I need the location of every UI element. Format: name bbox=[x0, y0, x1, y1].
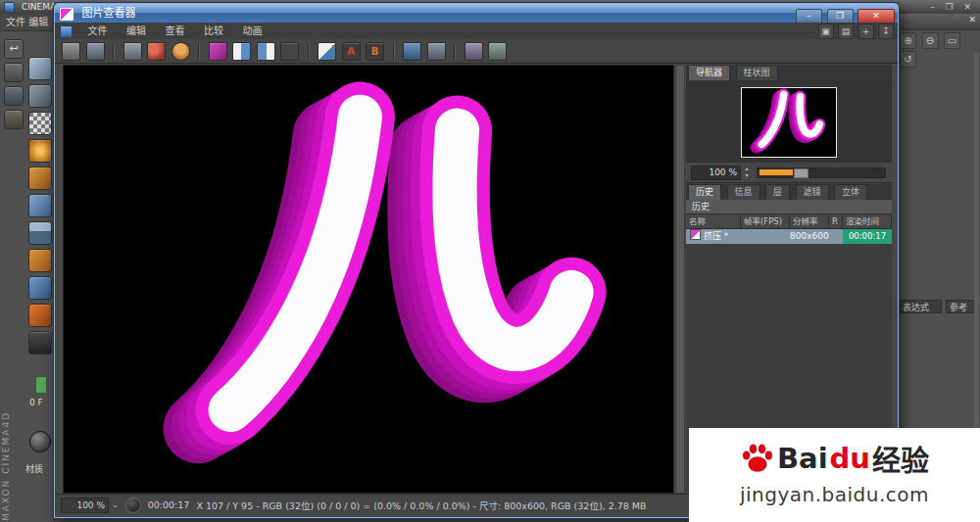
col-resolution[interactable]: 分辨率 bbox=[790, 214, 829, 228]
tab-navigator[interactable]: 导航器 bbox=[688, 65, 730, 80]
viewer-window-icon bbox=[60, 8, 74, 21]
tab-histogram[interactable]: 柱状图 bbox=[736, 65, 778, 80]
viewer-toolbar: A B bbox=[55, 39, 898, 64]
history-row[interactable]: 挤压 * 800x600 00:00:17 bbox=[686, 229, 892, 244]
render-item-fps bbox=[741, 229, 790, 244]
navigator-tabs: 导航器 柱状图 bbox=[686, 65, 892, 80]
split-ab-icon[interactable] bbox=[318, 42, 336, 61]
select-tool-icon[interactable] bbox=[4, 63, 24, 82]
spline-blue-icon[interactable] bbox=[28, 276, 52, 300]
menu-file[interactable]: 文件 bbox=[80, 23, 116, 39]
baidu-brand-du: du bbox=[830, 442, 870, 475]
tag-icon[interactable] bbox=[209, 42, 227, 61]
menu-compare[interactable]: 比较 bbox=[196, 23, 231, 39]
version-b-icon[interactable]: B bbox=[366, 42, 384, 61]
histogram-icon[interactable] bbox=[427, 42, 446, 61]
thumbnail-image bbox=[742, 88, 834, 155]
zoom-in-icon[interactable]: ⊕ bbox=[900, 32, 916, 49]
screen: CINEMA 4D – ❐ ✕ 文件 编辑 ↩ bbox=[0, 0, 980, 522]
maxon-brand-text: MAXON CINEMA4D bbox=[1, 355, 11, 521]
version-a-icon[interactable]: A bbox=[342, 42, 361, 61]
tab-info[interactable]: 信息 bbox=[727, 184, 760, 200]
floor-icon[interactable] bbox=[28, 221, 52, 245]
main-menu-items[interactable]: 文件 编辑 bbox=[6, 17, 48, 27]
zoom-slider[interactable] bbox=[757, 167, 886, 178]
menu-edit[interactable]: 编辑 bbox=[119, 23, 154, 39]
render-item-icon bbox=[690, 229, 701, 240]
user-icon[interactable] bbox=[172, 42, 190, 61]
color-swatch[interactable] bbox=[35, 376, 47, 394]
material-preview-sphere[interactable] bbox=[29, 431, 51, 452]
zoom-slider-fill bbox=[760, 169, 793, 175]
tab-expression[interactable]: 表达式 bbox=[899, 300, 942, 313]
main-maximize-button[interactable]: ❐ bbox=[946, 2, 957, 12]
dock-icon[interactable]: + bbox=[858, 24, 874, 39]
open-icon[interactable] bbox=[62, 42, 80, 61]
baidu-paw-icon bbox=[740, 444, 775, 473]
viewer-titlebar[interactable]: 图片查看器 – ❐ ✕ bbox=[55, 4, 898, 23]
compare-ba-icon[interactable] bbox=[257, 42, 275, 61]
light-icon[interactable] bbox=[28, 139, 52, 163]
toolbar-separator bbox=[454, 44, 456, 60]
right-panel-toolbar: ⊕ ⊖ ▭ ↺ bbox=[899, 31, 980, 49]
scale-tool-icon[interactable] bbox=[4, 110, 24, 129]
status-zoom-field[interactable]: 100 % bbox=[61, 498, 109, 513]
frame-view-icon[interactable]: ▭ bbox=[944, 32, 960, 49]
film-icon[interactable] bbox=[403, 42, 421, 61]
render-item-r bbox=[829, 229, 843, 244]
tab-layer[interactable]: 层 bbox=[765, 184, 790, 200]
save-icon[interactable] bbox=[86, 42, 105, 61]
col-render-time[interactable]: 渲染时间 bbox=[843, 214, 892, 228]
zoom-slider-handle[interactable] bbox=[794, 168, 808, 178]
material-stack-icon[interactable] bbox=[28, 331, 52, 355]
stack-icon[interactable] bbox=[280, 42, 299, 61]
baidu-url: jingyan.baidu.com bbox=[689, 483, 980, 506]
pen-icon[interactable] bbox=[28, 304, 52, 327]
zoom-out-icon[interactable]: ⊖ bbox=[922, 32, 939, 49]
layers-icon[interactable] bbox=[488, 42, 507, 61]
status-time: 00:00:17 bbox=[148, 499, 190, 510]
cube-icon[interactable] bbox=[28, 84, 52, 108]
tab-filter[interactable]: 滤镜 bbox=[796, 184, 829, 200]
status-info: X 107 / Y 95 - RGB (32位) (0 / 0 / 0) = (… bbox=[196, 498, 646, 512]
menu-view[interactable]: 查看 bbox=[158, 23, 193, 39]
move-tool-icon[interactable] bbox=[4, 86, 24, 106]
col-fps[interactable]: 帧率(FPS) bbox=[741, 214, 790, 228]
toolbar-separator bbox=[393, 44, 395, 60]
col-name[interactable]: 名称 bbox=[686, 214, 741, 228]
collapse-icon[interactable]: ↧ bbox=[878, 24, 894, 39]
main-minimize-button[interactable]: – bbox=[930, 2, 939, 12]
history-table-header: 名称 帧率(FPS) 分辨率 R 渲染时间 bbox=[686, 214, 892, 229]
reset-view-icon[interactable]: ↺ bbox=[900, 51, 916, 68]
right-panel-titlebar[interactable]: ✕ bbox=[897, 14, 980, 30]
render-canvas[interactable] bbox=[63, 65, 674, 494]
canvas-splitter[interactable] bbox=[675, 65, 685, 494]
array-orange-icon[interactable] bbox=[28, 166, 52, 190]
spline-orange-icon[interactable] bbox=[28, 249, 52, 272]
tab-reference[interactable]: 参考 bbox=[946, 300, 975, 313]
zoom-spinner[interactable]: ▴ ▾ bbox=[743, 165, 751, 178]
channels-icon[interactable] bbox=[147, 42, 166, 61]
filter-icon[interactable] bbox=[465, 42, 483, 61]
viewer-menu-icon bbox=[60, 25, 73, 38]
panel-close-icon[interactable]: ✕ bbox=[968, 15, 976, 24]
layout-split-icon[interactable]: ▤ bbox=[838, 24, 854, 39]
transparency-cube-icon[interactable] bbox=[28, 57, 52, 80]
col-r[interactable]: R bbox=[829, 214, 843, 228]
tab-history[interactable]: 历史 bbox=[688, 184, 721, 200]
copy-icon[interactable] bbox=[123, 42, 142, 61]
tab-stereo[interactable]: 立体 bbox=[834, 184, 867, 200]
zoom-dropdown-icon[interactable]: ⌄ bbox=[112, 500, 119, 509]
navigator-thumbnail[interactable] bbox=[741, 87, 837, 158]
layout-panel-icon[interactable]: ▣ bbox=[818, 24, 834, 39]
texture-sphere-icon[interactable] bbox=[28, 112, 52, 135]
zoom-value-field[interactable]: 100 % bbox=[691, 166, 741, 180]
undo-icon[interactable]: ↩ bbox=[4, 39, 24, 59]
render-item-name: 挤压 * bbox=[704, 231, 728, 241]
history-section-header: 历史 bbox=[686, 200, 892, 214]
playhead-knob[interactable] bbox=[125, 498, 141, 513]
array-blue-icon[interactable] bbox=[28, 194, 52, 217]
compare-ab-icon[interactable] bbox=[232, 42, 251, 61]
menu-animation[interactable]: 动画 bbox=[235, 23, 270, 39]
main-close-button[interactable]: ✕ bbox=[963, 2, 975, 12]
